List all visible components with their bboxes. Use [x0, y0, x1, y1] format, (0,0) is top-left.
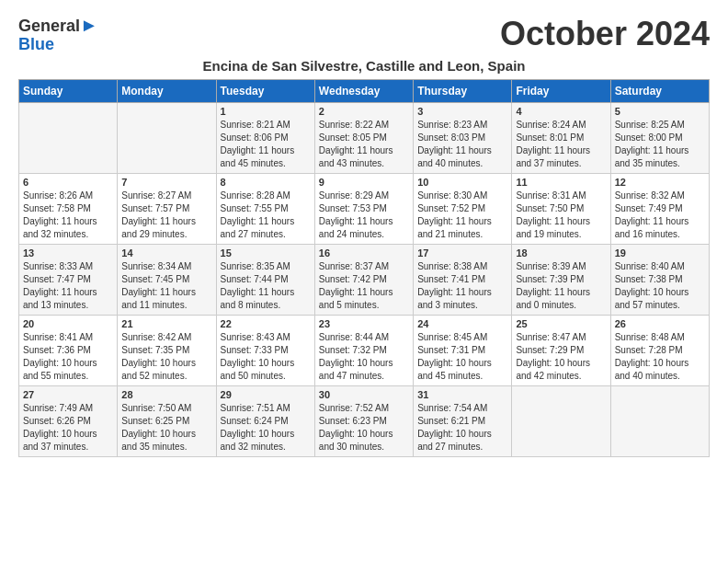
logo: General► Blue [18, 15, 98, 54]
title-block: October 2024 [500, 15, 710, 53]
table-row: 14Sunrise: 8:34 AMSunset: 7:45 PMDayligh… [118, 244, 216, 315]
day-number: 11 [516, 177, 606, 188]
logo-arrow-icon: ► [80, 15, 98, 35]
table-row: 2Sunrise: 8:22 AMSunset: 8:05 PMDaylight… [314, 102, 413, 173]
day-info: Sunrise: 8:40 AMSunset: 7:38 PMDaylight:… [615, 260, 705, 312]
day-info: Sunrise: 8:42 AMSunset: 7:35 PMDaylight:… [121, 331, 211, 383]
day-info: Sunrise: 8:22 AMSunset: 8:05 PMDaylight:… [319, 119, 409, 170]
day-number: 28 [121, 389, 211, 400]
table-row: 4Sunrise: 8:24 AMSunset: 8:01 PMDaylight… [512, 102, 610, 173]
day-number: 29 [221, 389, 311, 400]
table-row: 25Sunrise: 8:47 AMSunset: 7:29 PMDayligh… [512, 315, 610, 385]
calendar-row-2: 13Sunrise: 8:33 AMSunset: 7:47 PMDayligh… [19, 244, 710, 315]
header-monday: Monday [118, 79, 216, 102]
day-number: 15 [221, 247, 311, 259]
table-row: 29Sunrise: 7:51 AMSunset: 6:24 PMDayligh… [216, 385, 314, 456]
day-info: Sunrise: 8:34 AMSunset: 7:45 PMDaylight:… [121, 260, 211, 312]
logo-text: General► Blue [18, 15, 98, 54]
day-info: Sunrise: 8:44 AMSunset: 7:32 PMDaylight:… [319, 331, 409, 383]
table-row [512, 385, 610, 456]
day-info: Sunrise: 8:27 AMSunset: 7:57 PMDaylight:… [121, 190, 211, 241]
day-info: Sunrise: 7:49 AMSunset: 6:26 PMDaylight:… [23, 402, 113, 454]
day-info: Sunrise: 7:52 AMSunset: 6:23 PMDaylight:… [319, 402, 409, 454]
table-row: 11Sunrise: 8:31 AMSunset: 7:50 PMDayligh… [512, 173, 610, 244]
table-row: 22Sunrise: 8:43 AMSunset: 7:33 PMDayligh… [216, 315, 314, 385]
day-number: 17 [417, 247, 507, 259]
day-number: 30 [319, 389, 409, 400]
day-info: Sunrise: 8:21 AMSunset: 8:06 PMDaylight:… [221, 119, 311, 170]
table-row [118, 102, 216, 173]
table-row [610, 385, 709, 456]
table-row: 24Sunrise: 8:45 AMSunset: 7:31 PMDayligh… [414, 315, 512, 385]
calendar-row-1: 6Sunrise: 8:26 AMSunset: 7:58 PMDaylight… [19, 173, 710, 244]
calendar-row-3: 20Sunrise: 8:41 AMSunset: 7:36 PMDayligh… [19, 315, 710, 385]
day-info: Sunrise: 8:43 AMSunset: 7:33 PMDaylight:… [221, 331, 311, 383]
day-number: 25 [516, 318, 606, 329]
day-number: 14 [121, 247, 211, 259]
day-number: 18 [516, 247, 606, 259]
day-info: Sunrise: 8:38 AMSunset: 7:41 PMDaylight:… [417, 260, 507, 312]
day-number: 6 [23, 177, 113, 188]
day-number: 16 [319, 247, 409, 259]
day-info: Sunrise: 8:41 AMSunset: 7:36 PMDaylight:… [23, 331, 113, 383]
day-info: Sunrise: 8:37 AMSunset: 7:42 PMDaylight:… [319, 260, 409, 312]
header-tuesday: Tuesday [216, 79, 314, 102]
day-number: 5 [615, 106, 705, 117]
day-info: Sunrise: 8:32 AMSunset: 7:49 PMDaylight:… [615, 190, 705, 241]
day-info: Sunrise: 8:31 AMSunset: 7:50 PMDaylight:… [516, 190, 606, 241]
day-number: 23 [319, 318, 409, 329]
day-number: 7 [121, 177, 211, 188]
day-info: Sunrise: 7:51 AMSunset: 6:24 PMDaylight:… [221, 402, 311, 454]
day-number: 8 [221, 177, 311, 188]
day-number: 27 [23, 389, 113, 400]
day-info: Sunrise: 8:48 AMSunset: 7:28 PMDaylight:… [615, 331, 705, 383]
table-row: 10Sunrise: 8:30 AMSunset: 7:52 PMDayligh… [414, 173, 512, 244]
month-title: October 2024 [500, 15, 710, 53]
day-number: 19 [615, 247, 705, 259]
calendar-row-4: 27Sunrise: 7:49 AMSunset: 6:26 PMDayligh… [19, 385, 710, 456]
day-info: Sunrise: 8:39 AMSunset: 7:39 PMDaylight:… [516, 260, 606, 312]
header: General► Blue October 2024 [18, 15, 710, 54]
calendar-table: Sunday Monday Tuesday Wednesday Thursday… [18, 79, 710, 457]
day-info: Sunrise: 8:45 AMSunset: 7:31 PMDaylight:… [417, 331, 507, 383]
day-number: 20 [23, 318, 113, 329]
day-number: 22 [221, 318, 311, 329]
header-saturday: Saturday [610, 79, 709, 102]
calendar-page: General► Blue October 2024 Encina de San… [0, 0, 728, 472]
table-row: 30Sunrise: 7:52 AMSunset: 6:23 PMDayligh… [314, 385, 413, 456]
header-sunday: Sunday [19, 79, 118, 102]
day-info: Sunrise: 8:24 AMSunset: 8:01 PMDaylight:… [516, 119, 606, 170]
table-row: 1Sunrise: 8:21 AMSunset: 8:06 PMDaylight… [216, 102, 314, 173]
table-row: 7Sunrise: 8:27 AMSunset: 7:57 PMDaylight… [118, 173, 216, 244]
day-number: 21 [121, 318, 211, 329]
header-friday: Friday [512, 79, 610, 102]
table-row: 16Sunrise: 8:37 AMSunset: 7:42 PMDayligh… [314, 244, 413, 315]
table-row: 20Sunrise: 8:41 AMSunset: 7:36 PMDayligh… [19, 315, 118, 385]
day-number: 1 [221, 106, 311, 117]
table-row: 5Sunrise: 8:25 AMSunset: 8:00 PMDaylight… [610, 102, 709, 173]
day-info: Sunrise: 8:26 AMSunset: 7:58 PMDaylight:… [23, 190, 113, 241]
logo-general: General [18, 17, 80, 35]
day-number: 4 [516, 106, 606, 117]
location-subtitle: Encina de San Silvestre, Castille and Le… [18, 58, 710, 74]
calendar-row-0: 1Sunrise: 8:21 AMSunset: 8:06 PMDaylight… [19, 102, 710, 173]
table-row: 18Sunrise: 8:39 AMSunset: 7:39 PMDayligh… [512, 244, 610, 315]
logo-blue: Blue [18, 36, 98, 54]
day-info: Sunrise: 8:33 AMSunset: 7:47 PMDaylight:… [23, 260, 113, 312]
day-number: 3 [417, 106, 507, 117]
day-info: Sunrise: 8:28 AMSunset: 7:55 PMDaylight:… [221, 190, 311, 241]
day-number: 2 [319, 106, 409, 117]
table-row: 13Sunrise: 8:33 AMSunset: 7:47 PMDayligh… [19, 244, 118, 315]
day-info: Sunrise: 8:25 AMSunset: 8:00 PMDaylight:… [615, 119, 705, 170]
table-row: 26Sunrise: 8:48 AMSunset: 7:28 PMDayligh… [610, 315, 709, 385]
day-info: Sunrise: 8:30 AMSunset: 7:52 PMDaylight:… [417, 190, 507, 241]
table-row: 21Sunrise: 8:42 AMSunset: 7:35 PMDayligh… [118, 315, 216, 385]
table-row: 27Sunrise: 7:49 AMSunset: 6:26 PMDayligh… [19, 385, 118, 456]
table-row: 23Sunrise: 8:44 AMSunset: 7:32 PMDayligh… [314, 315, 413, 385]
table-row [19, 102, 118, 173]
day-info: Sunrise: 8:23 AMSunset: 8:03 PMDaylight:… [417, 119, 507, 170]
table-row: 9Sunrise: 8:29 AMSunset: 7:53 PMDaylight… [314, 173, 413, 244]
day-number: 26 [615, 318, 705, 329]
table-row: 19Sunrise: 8:40 AMSunset: 7:38 PMDayligh… [610, 244, 709, 315]
table-row: 6Sunrise: 8:26 AMSunset: 7:58 PMDaylight… [19, 173, 118, 244]
